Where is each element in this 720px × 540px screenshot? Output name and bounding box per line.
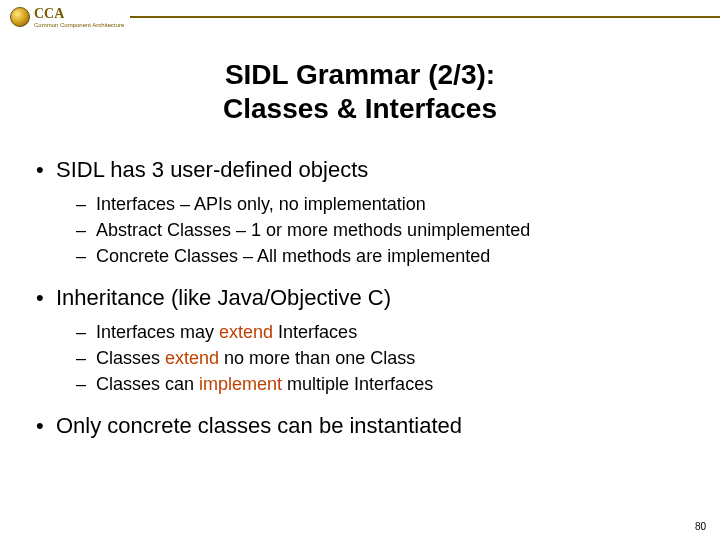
keyword: implement: [199, 374, 282, 394]
sub-bullet-item: Interfaces – APIs only, no implementatio…: [56, 191, 690, 217]
logo-text-block: CCA Common Component Architecture: [34, 7, 124, 28]
title-line-1: SIDL Grammar (2/3):: [225, 59, 495, 90]
bullet-list: SIDL has 3 user-defined objects Interfac…: [30, 155, 690, 441]
slide-header: CCA Common Component Architecture: [0, 0, 720, 30]
slide-body: SIDL has 3 user-defined objects Interfac…: [0, 155, 720, 441]
sub-bullet-item: Concrete Classes – All methods are imple…: [56, 243, 690, 269]
keyword: extend: [219, 322, 273, 342]
bullet-text: SIDL has 3 user-defined objects: [56, 157, 368, 182]
bullet-text: Inheritance (like Java/Objective C): [56, 285, 391, 310]
sub-bullet-item: Abstract Classes – 1 or more methods uni…: [56, 217, 690, 243]
logo-subtitle: Common Component Architecture: [34, 22, 124, 28]
sub-bullet-item: Classes can implement multiple Interface…: [56, 371, 690, 397]
page-number: 80: [695, 521, 706, 532]
bullet-text: Only concrete classes can be instantiate…: [56, 413, 462, 438]
sub-bullet-item: Interfaces may extend Interfaces: [56, 319, 690, 345]
bullet-item: Inheritance (like Java/Objective C) Inte…: [30, 283, 690, 397]
keyword: extend: [165, 348, 219, 368]
cca-logo-icon: [10, 7, 30, 27]
header-rule: [130, 16, 720, 18]
sub-bullet-list: Interfaces – APIs only, no implementatio…: [56, 191, 690, 269]
slide-title: SIDL Grammar (2/3): Classes & Interfaces: [0, 58, 720, 125]
bullet-item: SIDL has 3 user-defined objects Interfac…: [30, 155, 690, 269]
sub-bullet-item: Classes extend no more than one Class: [56, 345, 690, 371]
logo-acronym: CCA: [34, 7, 124, 21]
sub-bullet-list: Interfaces may extend Interfaces Classes…: [56, 319, 690, 397]
bullet-item: Only concrete classes can be instantiate…: [30, 411, 690, 441]
title-line-2: Classes & Interfaces: [223, 93, 497, 124]
